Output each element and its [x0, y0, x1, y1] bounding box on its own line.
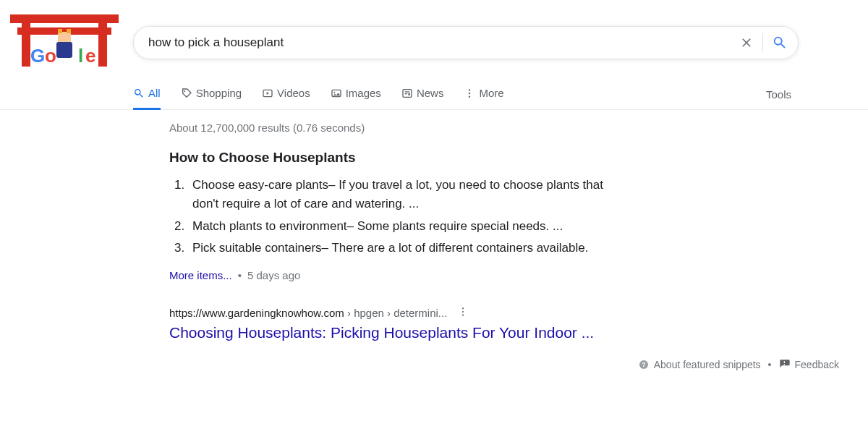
svg-point-11 — [462, 308, 464, 310]
snippet-age: 5 days ago — [247, 269, 300, 281]
result-title-link[interactable]: Choosing Houseplants: Picking Houseplant… — [169, 324, 625, 341]
svg-text:?: ? — [642, 362, 645, 369]
svg-point-13 — [462, 315, 464, 316]
cite-domain: https://www.gardeningknowhow.com — [169, 307, 344, 319]
tab-label: More — [479, 87, 503, 99]
separator-dot: • — [768, 359, 772, 370]
more-vertical-icon — [464, 88, 475, 99]
search-input[interactable] — [148, 35, 739, 50]
google-doodle-logo[interactable]: Gole — [10, 14, 133, 71]
list-item: Choose easy-care plants– If you travel a… — [188, 176, 625, 214]
svg-point-9 — [469, 92, 470, 93]
featured-snippet-list: Choose easy-care plants– If you travel a… — [169, 176, 625, 258]
footer-label: Feedback — [795, 359, 839, 370]
tab-label: All — [148, 87, 161, 99]
tab-all[interactable]: All — [133, 87, 161, 110]
help-icon: ? — [638, 359, 650, 370]
list-item: Match plants to environment– Some plants… — [188, 217, 625, 236]
cite-path: › hpgen › determini... — [344, 307, 448, 319]
svg-point-12 — [462, 311, 464, 313]
tab-shopping[interactable]: Shopping — [181, 87, 242, 110]
tag-icon — [181, 88, 192, 99]
search-icon — [133, 88, 145, 99]
footer-label: About featured snippets — [654, 359, 761, 370]
tools-button[interactable]: Tools — [766, 88, 799, 109]
tab-label: Shopping — [196, 87, 242, 99]
featured-snippet-heading: How to Choose Houseplants — [169, 150, 625, 166]
search-box[interactable] — [133, 26, 799, 59]
feedback-link[interactable]: Feedback — [779, 359, 839, 370]
result-stats: About 12,700,000 results (0.76 seconds) — [169, 122, 625, 134]
tab-images[interactable]: Images — [331, 87, 381, 110]
svg-point-8 — [469, 89, 470, 90]
tab-label: Videos — [277, 87, 310, 99]
list-item: Pick suitable containers– There are a lo… — [188, 239, 625, 258]
tab-more[interactable]: More — [464, 87, 503, 110]
separator-dot: • — [238, 269, 242, 281]
svg-point-3 — [333, 91, 335, 93]
svg-point-0 — [184, 90, 185, 92]
tab-news[interactable]: News — [401, 87, 444, 110]
about-featured-snippets-link[interactable]: ? About featured snippets — [638, 359, 761, 370]
divider — [762, 33, 763, 52]
news-icon — [401, 88, 413, 99]
search-icon[interactable] — [772, 35, 788, 51]
result-cite[interactable]: https://www.gardeningknowhow.com › hpgen… — [169, 307, 447, 319]
svg-rect-7 — [408, 93, 410, 95]
tab-videos[interactable]: Videos — [262, 87, 310, 110]
svg-point-10 — [469, 95, 470, 97]
tab-label: News — [417, 87, 444, 99]
more-items-link[interactable]: More items... — [169, 269, 232, 281]
image-icon — [331, 88, 342, 99]
result-menu-icon[interactable] — [457, 306, 469, 320]
tab-label: Images — [346, 87, 381, 99]
clear-icon[interactable] — [739, 35, 754, 50]
feedback-icon — [779, 359, 791, 370]
play-icon — [262, 88, 273, 99]
